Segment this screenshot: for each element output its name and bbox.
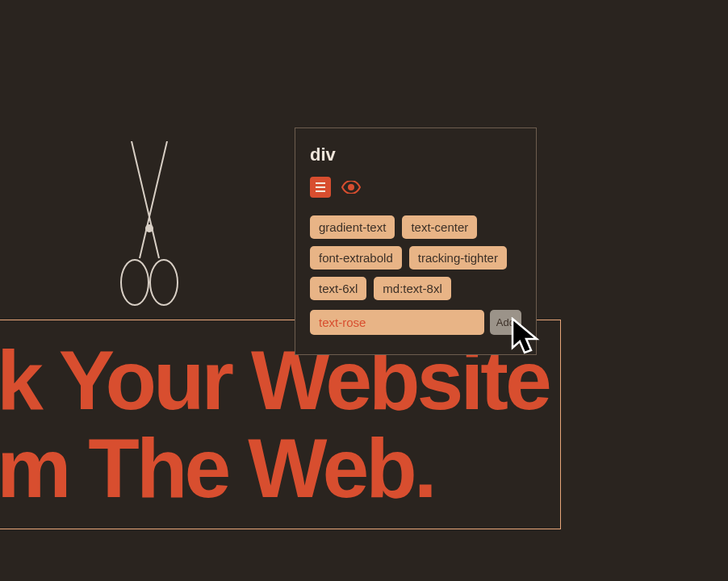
- class-chip-list: gradient-text text-center font-extrabold…: [310, 215, 521, 300]
- svg-point-8: [348, 184, 354, 190]
- class-name-input[interactable]: [310, 310, 484, 335]
- class-inspector-panel: div gradient-text text-center font-extra…: [295, 127, 537, 355]
- visibility-toggle-icon[interactable]: [341, 177, 362, 198]
- add-class-row: Add: [310, 310, 521, 335]
- class-chip[interactable]: text-center: [402, 215, 477, 239]
- svg-line-0: [132, 141, 159, 258]
- hero-heading-line-2: m The Web.: [0, 424, 560, 512]
- element-tag-label: div: [310, 144, 521, 165]
- svg-point-4: [150, 260, 178, 305]
- class-chip[interactable]: md:text-8xl: [374, 277, 450, 300]
- svg-point-3: [121, 260, 149, 305]
- class-chip[interactable]: font-extrabold: [310, 246, 402, 270]
- inspector-toolbar: [310, 177, 521, 198]
- list-view-icon[interactable]: [310, 177, 331, 198]
- class-chip[interactable]: gradient-text: [310, 215, 395, 239]
- cursor-icon: [510, 317, 542, 356]
- class-chip[interactable]: text-6xl: [310, 277, 366, 300]
- class-chip[interactable]: tracking-tighter: [409, 246, 507, 270]
- scissors-icon: [117, 141, 182, 311]
- svg-line-1: [140, 141, 167, 258]
- svg-point-2: [146, 225, 153, 232]
